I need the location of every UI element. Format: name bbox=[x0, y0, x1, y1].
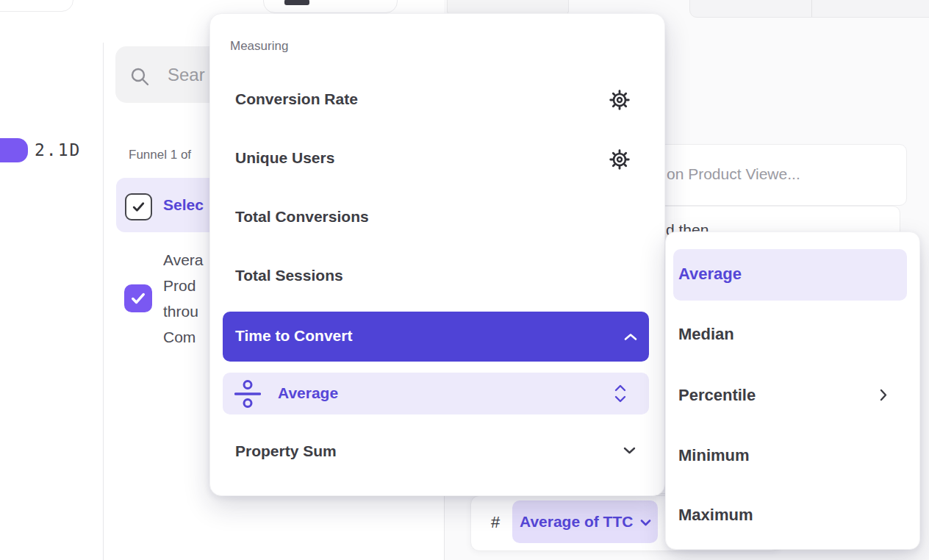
left-pane-divider bbox=[103, 43, 104, 560]
event-step-card[interactable]: on Product Viewe... bbox=[631, 144, 907, 206]
chart-type-icon bbox=[284, 0, 309, 5]
top-right-segmented-control-fragment[interactable] bbox=[689, 0, 929, 18]
chevron-down-icon bbox=[623, 447, 636, 454]
aggregation-item-minimum[interactable]: Minimum bbox=[678, 446, 750, 465]
checkmark-icon bbox=[131, 199, 146, 215]
duration-badge: 2.1D bbox=[35, 140, 81, 160]
menu-item-total-conversions[interactable]: Total Conversions bbox=[235, 208, 369, 226]
aggregation-item-percentile[interactable]: Percentile bbox=[678, 386, 756, 405]
segment-divider bbox=[811, 0, 812, 17]
aggregation-menu: Average Median Percentile Minimum Maximu… bbox=[665, 231, 920, 550]
settings-gear-icon[interactable] bbox=[609, 90, 630, 110]
aggregation-selector-label: Average bbox=[278, 384, 338, 402]
metric-prefix: # bbox=[491, 513, 500, 532]
selected-menu-item-label: Time to Convert bbox=[235, 327, 352, 345]
aggregation-item-median[interactable]: Median bbox=[678, 325, 734, 344]
aggregation-item-average[interactable]: Average bbox=[678, 265, 742, 284]
aggregation-selector-row[interactable]: Average bbox=[223, 373, 649, 414]
step-description-line: Prod bbox=[163, 273, 216, 298]
search-icon bbox=[130, 67, 150, 87]
app-screen: 2.1D Sear Funnel 1 of Selec Avera Prod t… bbox=[0, 0, 929, 560]
average-icon bbox=[234, 379, 261, 409]
top-toolbar-button-fragment[interactable] bbox=[263, 0, 398, 13]
menu-item-unique-users[interactable]: Unique Users bbox=[235, 149, 334, 167]
funnel-bar-fragment bbox=[0, 138, 28, 162]
step-description-line: throu bbox=[163, 298, 216, 324]
metric-selector-label: Average of TTC bbox=[520, 513, 633, 531]
top-left-card-fragment bbox=[0, 0, 73, 12]
measuring-menu: Measuring Conversion Rate Unique Users bbox=[209, 13, 665, 496]
settings-gear-icon[interactable] bbox=[609, 149, 630, 170]
aggregation-item-maximum[interactable]: Maximum bbox=[678, 506, 753, 525]
step-description-line: Com bbox=[163, 324, 216, 350]
metric-selector[interactable]: Average of TTC bbox=[512, 500, 658, 543]
chevron-down-icon bbox=[640, 520, 651, 526]
search-placeholder: Sear bbox=[168, 64, 205, 85]
metric-checkbox-checked[interactable] bbox=[124, 284, 152, 312]
menu-item-conversion-rate[interactable]: Conversion Rate bbox=[235, 90, 358, 108]
top-gray-bar-fragment bbox=[447, 0, 569, 15]
chevron-up-icon bbox=[624, 333, 637, 341]
selected-step-label: Selec bbox=[163, 196, 204, 214]
event-step-label: on Product Viewe... bbox=[667, 165, 800, 183]
menu-item-property-sum[interactable]: Property Sum bbox=[235, 442, 337, 460]
menu-item-time-to-convert-selected[interactable]: Time to Convert bbox=[223, 312, 649, 362]
funnel-step-count-label: Funnel 1 of bbox=[129, 148, 191, 162]
step-description-line: Avera bbox=[163, 247, 216, 273]
step-description: Avera Prod throu Com bbox=[163, 247, 216, 350]
chevron-up-down-icon bbox=[614, 384, 626, 403]
step-checkbox-checked[interactable] bbox=[125, 193, 152, 220]
chevron-right-icon bbox=[880, 389, 887, 401]
measuring-menu-header: Measuring bbox=[230, 39, 288, 54]
menu-item-total-sessions[interactable]: Total Sessions bbox=[235, 267, 343, 284]
checkmark-icon bbox=[129, 290, 147, 307]
